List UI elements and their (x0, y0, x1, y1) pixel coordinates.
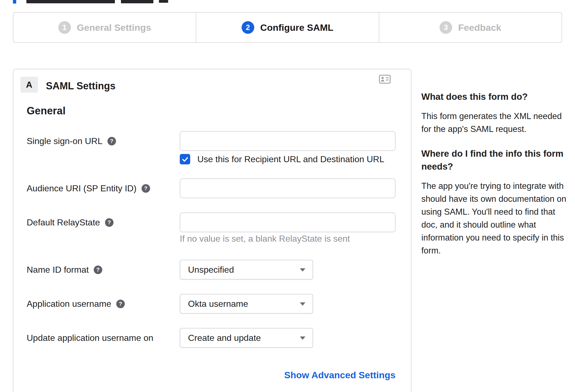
wizard-stepper: 1 General Settings 2 Configure SAML 3 Fe… (13, 12, 562, 43)
clipped-header-logo (159, 0, 168, 3)
default-relay-state-input[interactable] (180, 212, 396, 232)
group-heading: General (27, 105, 66, 117)
recipient-url-checkbox-row: Use this for Recipient URL and Destinati… (180, 154, 384, 164)
clipped-header-blue-mark (13, 0, 16, 4)
application-username-value: Okta username (188, 299, 248, 309)
help-icon[interactable]: ? (107, 137, 116, 145)
sidebar-paragraph: This form generates the XML needed for t… (421, 110, 571, 136)
chevron-down-icon (300, 302, 305, 306)
step-number-badge: 1 (58, 21, 71, 34)
chevron-down-icon (300, 268, 305, 272)
update-app-username-label: Update application username on (27, 333, 153, 343)
relay-state-helper-text: If no value is set, a blank RelayState i… (180, 234, 350, 244)
name-id-format-label: Name ID format (27, 265, 89, 275)
step-number-badge: 2 (242, 21, 254, 34)
checkmark-icon (181, 156, 189, 163)
audience-uri-input[interactable] (180, 178, 396, 198)
step-feedback[interactable]: 3 Feedback (379, 13, 562, 42)
update-app-username-select[interactable]: Create and update (180, 328, 313, 348)
update-app-username-label-row: Update application username on (27, 332, 153, 343)
sso-url-label: Single sign-on URL (27, 136, 103, 146)
step-number-badge: 3 (439, 21, 452, 34)
recipient-url-checkbox[interactable] (180, 154, 190, 164)
application-username-select[interactable]: Okta username (180, 294, 313, 314)
application-username-label-row: Application username ? (27, 298, 125, 309)
step-configure-saml[interactable]: 2 Configure SAML (196, 13, 378, 42)
sidebar-heading: Where do I find the info this form needs… (421, 147, 571, 173)
clipped-header-text (121, 0, 153, 3)
configure-saml-page: 1 General Settings 2 Configure SAML 3 Fe… (0, 0, 575, 392)
audience-uri-label: Audience URI (SP Entity ID) (27, 183, 137, 194)
chevron-down-icon (300, 336, 305, 340)
sidebar-paragraph: The app you're trying to integrate with … (421, 180, 571, 257)
step-label: Feedback (458, 22, 501, 33)
help-icon[interactable]: ? (142, 184, 150, 193)
relay-state-label-row: Default RelayState ? (27, 217, 114, 228)
step-label: General Settings (77, 22, 151, 33)
single-sign-on-url-input[interactable] (180, 131, 396, 151)
section-badge: A (20, 77, 38, 93)
help-icon[interactable]: ? (94, 266, 102, 274)
application-username-label: Application username (27, 299, 111, 309)
name-id-format-select[interactable]: Unspecified (180, 260, 313, 280)
clipped-header-text (26, 0, 115, 3)
sso-url-label-row: Single sign-on URL ? (27, 136, 116, 147)
help-icon[interactable]: ? (105, 218, 114, 227)
section-title: SAML Settings (46, 80, 115, 92)
saml-settings-panel: A SAML Settings General Single sign-on U… (13, 69, 411, 392)
audience-uri-label-row: Audience URI (SP Entity ID) ? (27, 183, 150, 194)
sidebar-heading: What does this form do? (421, 90, 571, 103)
name-id-format-value: Unspecified (188, 265, 234, 275)
help-icon[interactable]: ? (116, 300, 125, 308)
step-general-settings[interactable]: 1 General Settings (13, 13, 196, 42)
show-advanced-settings-link[interactable]: Show Advanced Settings (180, 370, 396, 380)
help-sidebar: What does this form do? This form genera… (421, 90, 571, 269)
step-label: Configure SAML (260, 22, 333, 33)
relay-state-label: Default RelayState (27, 217, 100, 228)
recipient-url-checkbox-label: Use this for Recipient URL and Destinati… (197, 154, 384, 164)
update-app-username-value: Create and update (188, 333, 261, 343)
contact-card-icon[interactable] (379, 75, 391, 84)
name-id-format-label-row: Name ID format ? (27, 264, 102, 275)
